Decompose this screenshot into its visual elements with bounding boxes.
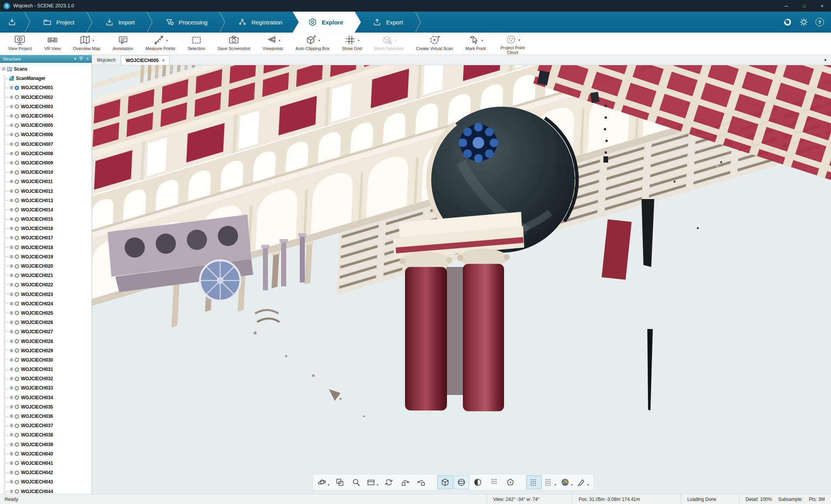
tree-item-scan[interactable]: ⊞ WOJCIECH009: [0, 158, 92, 168]
expand-icon[interactable]: ⊞: [9, 180, 14, 184]
performance-donut-icon[interactable]: [783, 17, 792, 27]
expand-icon[interactable]: ⊞: [9, 227, 14, 230]
point-cloud-scene[interactable]: [92, 65, 831, 494]
tree-item-scan[interactable]: ⊞ WOJCIECH033: [0, 383, 92, 393]
tree-item-scan[interactable]: ⊞ WOJCIECH039: [0, 440, 92, 449]
minimize-button[interactable]: ─: [777, 0, 795, 12]
expand-icon[interactable]: ⊞: [9, 86, 14, 90]
tree-item-scan[interactable]: ⊞ WOJCIECH003: [0, 102, 92, 111]
tree-item-scan[interactable]: ⊞ WOJCIECH041: [0, 459, 92, 468]
tree-item-scan[interactable]: ⊞ WOJCIECH036: [0, 412, 92, 421]
tab-close-icon[interactable]: ×: [162, 58, 165, 63]
dropdown-caret-icon[interactable]: ▾: [279, 38, 280, 42]
view-plane-button[interactable]: ▾: [365, 475, 380, 489]
expand-icon[interactable]: ⊞: [9, 152, 14, 156]
tree-item-scan[interactable]: ⊞ WOJCIECH004: [0, 111, 92, 121]
tree-item-scan[interactable]: ⊞ WOJCIECH019: [0, 252, 92, 262]
close-button[interactable]: ×: [813, 0, 831, 12]
point-columns-button[interactable]: [486, 475, 502, 489]
project-point-cloud-button[interactable]: ▾ Project Point Cloud: [495, 33, 530, 55]
expand-icon[interactable]: ⊞: [9, 311, 14, 315]
expand-icon[interactable]: ⊞: [9, 255, 14, 259]
dropdown-caret-icon[interactable]: ▾: [358, 38, 359, 42]
tree-item-scan[interactable]: ⊞ WOJCIECH016: [0, 224, 92, 233]
view-3d-button[interactable]: [437, 475, 453, 489]
expand-icon[interactable]: ⊞: [9, 490, 14, 494]
point-cloud-canvas[interactable]: ▾ ▾: [92, 65, 831, 494]
ribbon-tab-export[interactable]: Export: [361, 12, 414, 33]
create-virtual-scan-button[interactable]: Create Virtual Scan: [412, 33, 456, 55]
tree-item-scan[interactable]: ⊞ WOJCIECH042: [0, 468, 92, 477]
expand-icon[interactable]: ⊞: [9, 471, 14, 475]
tree-item-scan[interactable]: ⊞ WOJCIECH030: [0, 355, 92, 365]
dropdown-caret-icon[interactable]: ▾: [587, 483, 589, 489]
tree-item-scan[interactable]: ⊞ WOJCIECH012: [0, 186, 92, 196]
tree-item-scan[interactable]: ⊞ WOJCIECH024: [0, 299, 92, 308]
expand-icon[interactable]: ⊞: [9, 386, 14, 390]
tree-item-scan[interactable]: ⊞ WOJCIECH034: [0, 393, 92, 402]
collapse-icon[interactable]: ⊟: [1, 67, 6, 71]
ribbon-tab-processing[interactable]: Processing: [153, 12, 219, 33]
compass-button[interactable]: [502, 475, 518, 489]
dropdown-caret-icon[interactable]: ▾: [318, 38, 320, 42]
dropdown-caret-icon[interactable]: ▾: [328, 483, 329, 489]
tree-item-scan[interactable]: ⊞ WOJCIECH029: [0, 346, 92, 355]
expand-icon[interactable]: ⊞: [9, 246, 14, 249]
panorama-button[interactable]: [454, 475, 469, 489]
expand-icon[interactable]: ⊞: [9, 161, 14, 165]
annotation-button[interactable]: Annotation: [109, 33, 137, 55]
tree-item-scan[interactable]: ⊞ WOJCIECH031: [0, 365, 92, 374]
tree-item-scan[interactable]: ⊞ WOJCIECH025: [0, 308, 92, 318]
expand-icon[interactable]: ⊞: [9, 264, 14, 268]
panel-close-icon[interactable]: ×: [86, 57, 89, 61]
expand-icon[interactable]: ⊞: [9, 217, 14, 221]
point-grid-button[interactable]: [526, 475, 542, 489]
help-button[interactable]: ?: [815, 18, 824, 26]
measure-pen-button[interactable]: ▾: [575, 475, 591, 489]
dropdown-caret-icon[interactable]: ▾: [92, 38, 94, 42]
expand-icon[interactable]: ⊞: [9, 114, 14, 118]
overview-map-button[interactable]: ▾ Overview Map: [70, 33, 104, 55]
expand-icon[interactable]: ⊞: [9, 396, 14, 400]
tab-wojciech005[interactable]: WOJCIECH005 ×: [121, 55, 170, 65]
tree-item-scan[interactable]: ⊞ WOJCIECH014: [0, 205, 92, 215]
expand-icon[interactable]: ⊞: [9, 330, 14, 334]
tree-item-scan[interactable]: ⊞ WOJCIECH027: [0, 327, 92, 336]
expand-icon[interactable]: ⊞: [9, 358, 14, 362]
tree-item-scan[interactable]: ⊞ WOJCIECH037: [0, 421, 92, 430]
dropdown-caret-icon[interactable]: ▾: [482, 38, 483, 42]
tree-item-scan[interactable]: ⊞ WOJCIECH021: [0, 271, 92, 280]
tree-item-scan[interactable]: ⊞ WOJCIECH026: [0, 318, 92, 327]
expand-icon[interactable]: ⊞: [9, 236, 14, 240]
sync-views-button[interactable]: [381, 475, 396, 489]
tree-item-scan[interactable]: ⊞ WOJCIECH038: [0, 430, 92, 440]
vr-view-button[interactable]: VR View: [41, 33, 64, 55]
tree-item-scan[interactable]: ⊞ WOJCIECH040: [0, 449, 92, 459]
tree-item-scan[interactable]: ⊞ WOJCIECH001: [0, 83, 92, 92]
quick-save-button[interactable]: [0, 12, 24, 33]
auto-clipping-box-button[interactable]: ▾ Auto Clipping Box: [292, 33, 333, 55]
view-project-button[interactable]: View Project: [5, 33, 35, 55]
tree-item-scan[interactable]: ⊞ WOJCIECH008: [0, 149, 92, 158]
tab-list-caret-icon[interactable]: ▼: [820, 58, 831, 62]
expand-icon[interactable]: ⊞: [9, 443, 14, 447]
save-screenshot-button[interactable]: Save Screenshot: [214, 33, 254, 55]
expand-icon[interactable]: ⊞: [9, 414, 14, 418]
expand-icon[interactable]: ⊞: [9, 377, 14, 381]
expand-icon[interactable]: ⊞: [9, 339, 14, 343]
expand-icon[interactable]: ⊞: [9, 274, 14, 277]
expand-icon[interactable]: ⊞: [9, 95, 14, 99]
expand-icon[interactable]: ⊞: [9, 461, 14, 465]
tree-item-scan[interactable]: ⊞ WOJCIECH011: [0, 177, 92, 186]
expand-icon[interactable]: ⊞: [9, 452, 14, 456]
dropdown-caret-icon[interactable]: ▾: [571, 483, 572, 489]
tree-item-scan[interactable]: ⊞ WOJCIECH023: [0, 290, 92, 299]
expand-icon[interactable]: ⊞: [9, 199, 14, 203]
maximize-button[interactable]: □: [795, 0, 813, 12]
dropdown-caret-icon[interactable]: ▾: [377, 483, 378, 489]
tree-root-scans[interactable]: ⊟ Scans: [0, 64, 92, 74]
ribbon-tab-explore[interactable]: Explore: [292, 12, 361, 33]
show-grid-button[interactable]: ▾ Show Grid: [339, 33, 365, 55]
expand-icon[interactable]: ⊞: [9, 283, 14, 287]
tree-item-scan[interactable]: ⊞ WOJCIECH010: [0, 168, 92, 177]
